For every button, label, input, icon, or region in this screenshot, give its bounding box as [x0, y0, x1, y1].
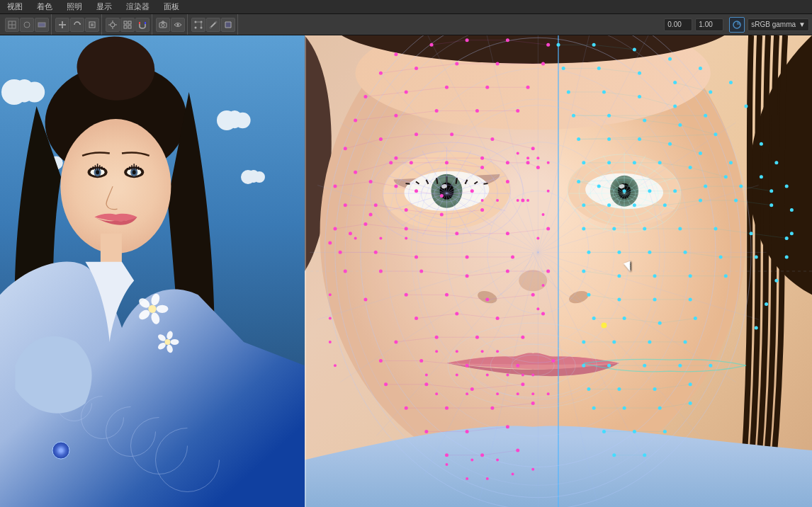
menu-bar: 视图 着色 照明 显示 渲染器 面板: [0, 0, 812, 14]
toolbar-value-1[interactable]: 0.00: [664, 18, 692, 31]
toolbar-group-extra: [154, 14, 188, 35]
toolbar-colorspace-icon[interactable]: [729, 17, 745, 33]
toolbar-btn-1[interactable]: [5, 18, 19, 32]
svg-rect-11: [91, 23, 94, 26]
left-panel-illustration: [0, 35, 305, 507]
toolbar-group-tools: [103, 14, 152, 35]
toolbar-grid[interactable]: [120, 18, 135, 32]
svg-rect-19: [124, 25, 127, 28]
toolbar-move[interactable]: [55, 18, 69, 32]
toolbar: 0.00 1.00 sRGB gamma ▼: [0, 14, 812, 35]
toolbar-value-2[interactable]: 1.00: [695, 18, 723, 31]
toolbar-btn-2[interactable]: [20, 18, 34, 32]
toolbar-edge[interactable]: [206, 18, 220, 32]
toolbar-btn-3[interactable]: [35, 18, 49, 32]
svg-line-33: [210, 22, 216, 28]
svg-point-12: [111, 23, 115, 27]
svg-point-26: [177, 23, 179, 25]
svg-marker-36: [225, 22, 231, 28]
svg-point-30: [195, 26, 197, 28]
right-panel-3d: [305, 35, 812, 507]
toolbar-group-modes: [3, 14, 52, 35]
toolbar-numbers: 0.00 1.00: [664, 18, 723, 31]
svg-point-3: [24, 22, 30, 28]
menu-renderer[interactable]: 渲染器: [123, 1, 152, 12]
menu-panels[interactable]: 面板: [161, 1, 182, 12]
toolbar-magnet[interactable]: [135, 18, 150, 32]
main-content: [0, 35, 812, 507]
toolbar-eye[interactable]: [171, 18, 185, 32]
mesh-canvas: [305, 35, 812, 507]
dropdown-arrow: ▼: [799, 21, 806, 28]
svg-point-24: [162, 23, 164, 26]
menu-view[interactable]: 视图: [4, 1, 26, 12]
toolbar-rotate[interactable]: [70, 18, 84, 32]
toolbar-group-transform: [53, 14, 102, 35]
toolbar-snap[interactable]: [106, 18, 120, 32]
toolbar-group-mesh: [189, 14, 238, 35]
menu-shading[interactable]: 着色: [34, 1, 55, 12]
toolbar-vertex[interactable]: [191, 18, 205, 32]
viewport-divider: [305, 35, 306, 507]
svg-rect-20: [128, 25, 131, 28]
toolbar-scale[interactable]: [85, 18, 99, 32]
menu-lighting[interactable]: 照明: [64, 1, 85, 12]
svg-marker-25: [162, 21, 164, 23]
svg-rect-18: [128, 21, 131, 24]
colorspace-label: sRGB gamma: [751, 21, 796, 28]
svg-rect-17: [124, 21, 127, 24]
svg-point-34: [210, 26, 212, 28]
toolbar-camera[interactable]: [156, 18, 170, 32]
toolbar-dropdown-colorspace[interactable]: sRGB gamma ▼: [748, 18, 809, 31]
illustration-canvas: [0, 35, 305, 507]
menu-display[interactable]: 显示: [94, 1, 115, 12]
svg-rect-4: [38, 23, 45, 27]
toolbar-colorspace: sRGB gamma ▼: [729, 17, 809, 33]
svg-point-35: [215, 21, 218, 23]
toolbar-face[interactable]: [221, 18, 235, 32]
